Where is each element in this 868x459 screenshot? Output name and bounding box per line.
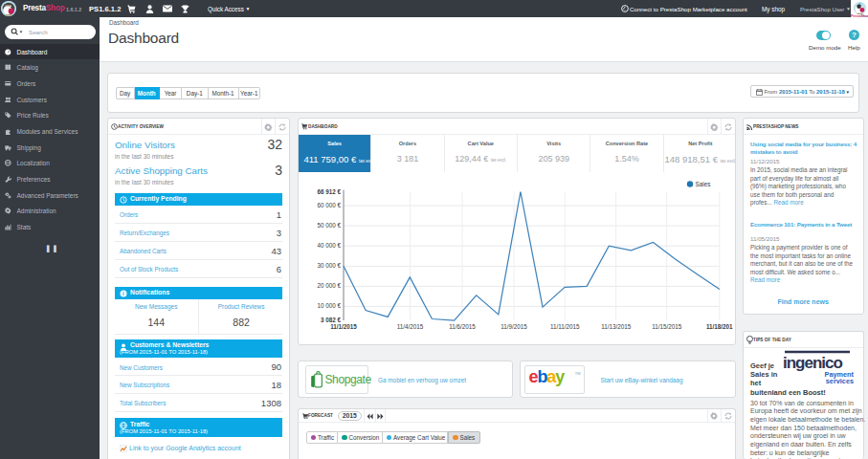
- svg-text:60 000 €: 60 000 €: [317, 202, 341, 208]
- svg-text:11/1/2015: 11/1/2015: [330, 323, 357, 330]
- svg-text:40 000 €: 40 000 €: [317, 242, 341, 249]
- svg-text:20 000 €: 20 000 €: [317, 282, 341, 289]
- svg-text:11/4/2015: 11/4/2015: [397, 323, 424, 330]
- svg-text:50 000 €: 50 000 €: [317, 222, 341, 229]
- svg-text:11/18/201: 11/18/201: [706, 323, 733, 330]
- svg-text:services: services: [826, 376, 854, 384]
- svg-text:66 912 €: 66 912 €: [317, 187, 341, 194]
- svg-text:11/11/2015: 11/11/2015: [550, 323, 580, 330]
- svg-text:Sales: Sales: [696, 181, 711, 187]
- svg-text:30 000 €: 30 000 €: [317, 262, 341, 269]
- svg-text:3 082 €: 3 082 €: [321, 317, 342, 323]
- svg-text:11/9/2015: 11/9/2015: [501, 323, 527, 330]
- svg-text:11/6/2015: 11/6/2015: [449, 323, 476, 330]
- svg-text:11/13/2015: 11/13/2015: [601, 323, 632, 330]
- svg-text:10 000 €: 10 000 €: [317, 302, 341, 309]
- svg-text:11/15/2015: 11/15/2015: [652, 323, 682, 330]
